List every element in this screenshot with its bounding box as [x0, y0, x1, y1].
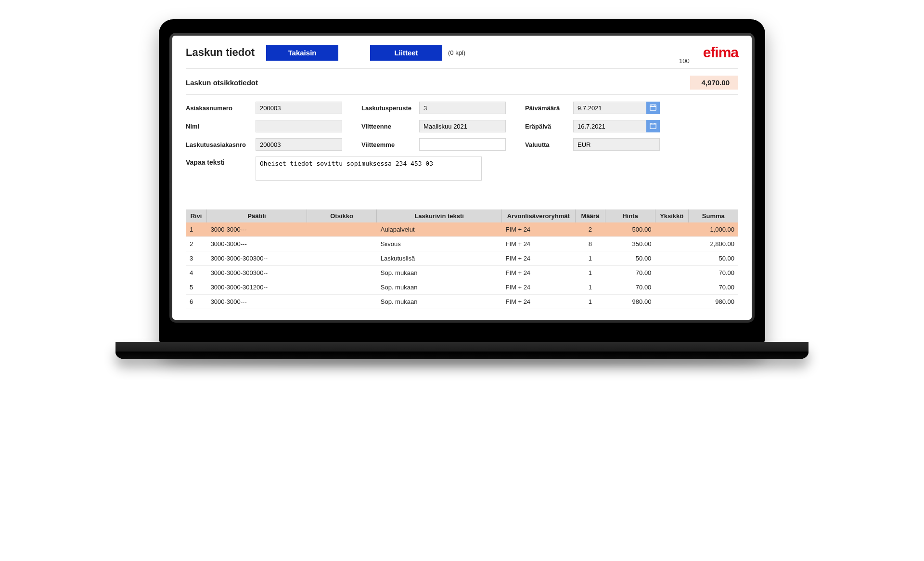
invoice-lines-table: Rivi Päätili Otsikko Laskurivin teksti A… [186, 209, 738, 309]
cell-title [307, 237, 376, 251]
attachments-count: (0 kpl) [448, 49, 465, 56]
cell-qty: 1 [575, 295, 605, 309]
currency-field[interactable] [573, 138, 660, 151]
cell-main-account: 3000-3000--- [207, 237, 307, 251]
name-field[interactable] [256, 120, 342, 132]
cell-qty: 1 [575, 266, 605, 280]
cell-row: 5 [186, 280, 207, 295]
page-header: Laskun tiedot Takaisin Liitteet (0 kpl) … [186, 44, 738, 69]
cell-vat: FIM + 24 [501, 237, 575, 251]
cell-title [307, 222, 376, 237]
customer-no-field[interactable] [256, 102, 342, 114]
cell-price: 500.00 [605, 222, 655, 237]
cell-unit [655, 266, 688, 280]
invoice-total: 4,970.00 [690, 76, 738, 90]
table-row[interactable]: 63000-3000---Sop. mukaanFIM + 241980.009… [186, 295, 738, 309]
cell-sum: 50.00 [688, 251, 738, 266]
cell-price: 350.00 [605, 237, 655, 251]
cell-row: 1 [186, 222, 207, 237]
cell-line-text: Sop. mukaan [377, 266, 502, 280]
label-your-ref: Viitteenne [361, 123, 419, 130]
table-row[interactable]: 43000-3000-300300--Sop. mukaanFIM + 2417… [186, 266, 738, 280]
label-currency: Valuutta [525, 141, 573, 148]
calendar-icon [650, 104, 656, 112]
due-date-picker-button[interactable] [646, 120, 660, 132]
cell-main-account: 3000-3000-300300-- [207, 251, 307, 266]
cell-line-text: Sop. mukaan [377, 280, 502, 295]
invoice-form: Asiakasnumero Laskutusperuste Päivämäärä [186, 102, 738, 151]
number-indicator: 100 [679, 57, 690, 65]
cell-line-text: Siivous [377, 237, 502, 251]
cell-vat: FIM + 24 [501, 266, 575, 280]
section-title: Laskun otsikkotiedot [186, 78, 258, 87]
your-ref-field[interactable] [419, 120, 506, 132]
th-sum[interactable]: Summa [688, 209, 738, 222]
label-our-ref: Viitteemme [361, 141, 419, 148]
date-field[interactable] [573, 102, 646, 114]
cell-qty: 2 [575, 222, 605, 237]
cell-unit [655, 295, 688, 309]
free-text-field[interactable] [256, 157, 482, 181]
calendar-icon [650, 122, 656, 130]
label-free-text: Vapaa teksti [186, 157, 256, 166]
cell-price: 980.00 [605, 295, 655, 309]
cell-title [307, 280, 376, 295]
cell-row: 3 [186, 251, 207, 266]
cell-sum: 70.00 [688, 266, 738, 280]
cell-title [307, 251, 376, 266]
label-due-date: Eräpäivä [525, 123, 573, 130]
cell-qty: 1 [575, 251, 605, 266]
label-billing-basis: Laskutusperuste [361, 104, 419, 112]
cell-main-account: 3000-3000-301200-- [207, 280, 307, 295]
cell-qty: 8 [575, 237, 605, 251]
cell-price: 70.00 [605, 266, 655, 280]
cell-main-account: 3000-3000--- [207, 295, 307, 309]
label-customer-no: Asiakasnumero [186, 104, 256, 112]
table-row[interactable]: 33000-3000-300300--LaskutuslisäFIM + 241… [186, 251, 738, 266]
cell-line-text: Laskutuslisä [377, 251, 502, 266]
th-vat-groups[interactable]: Arvonlisäveroryhmät [501, 209, 575, 222]
th-unit[interactable]: Yksikkö [655, 209, 688, 222]
svg-rect-4 [650, 123, 656, 128]
cell-unit [655, 222, 688, 237]
cell-sum: 1,000.00 [688, 222, 738, 237]
cell-unit [655, 251, 688, 266]
th-title[interactable]: Otsikko [307, 209, 376, 222]
th-line-text[interactable]: Laskurivin teksti [377, 209, 502, 222]
cell-qty: 1 [575, 280, 605, 295]
th-main-account[interactable]: Päätili [207, 209, 307, 222]
cell-row: 2 [186, 237, 207, 251]
cell-vat: FIM + 24 [501, 280, 575, 295]
cell-line-text: Aulapalvelut [377, 222, 502, 237]
cell-vat: FIM + 24 [501, 251, 575, 266]
cell-vat: FIM + 24 [501, 295, 575, 309]
our-ref-field[interactable] [419, 138, 506, 151]
cell-title [307, 295, 376, 309]
cell-vat: FIM + 24 [501, 222, 575, 237]
cell-unit [655, 280, 688, 295]
table-row[interactable]: 23000-3000---SiivousFIM + 248350.002,800… [186, 237, 738, 251]
cell-line-text: Sop. mukaan [377, 295, 502, 309]
cell-row: 4 [186, 266, 207, 280]
th-price[interactable]: Hinta [605, 209, 655, 222]
th-row[interactable]: Rivi [186, 209, 207, 222]
svg-rect-0 [650, 104, 656, 110]
date-picker-button[interactable] [646, 102, 660, 114]
attachments-button[interactable]: Liitteet [370, 45, 442, 61]
cell-unit [655, 237, 688, 251]
cell-main-account: 3000-3000--- [207, 222, 307, 237]
label-billing-customer-no: Laskutusasiakasnro [186, 141, 256, 148]
due-date-field[interactable] [573, 120, 646, 132]
billing-customer-no-field[interactable] [256, 138, 342, 151]
billing-basis-field[interactable] [419, 102, 506, 114]
page-title: Laskun tiedot [186, 46, 255, 59]
cell-row: 6 [186, 295, 207, 309]
table-row[interactable]: 53000-3000-301200--Sop. mukaanFIM + 2417… [186, 280, 738, 295]
cell-price: 70.00 [605, 280, 655, 295]
label-name: Nimi [186, 123, 256, 130]
back-button[interactable]: Takaisin [266, 45, 338, 61]
brand-logo: efima [703, 44, 738, 61]
table-row[interactable]: 13000-3000---AulapalvelutFIM + 242500.00… [186, 222, 738, 237]
cell-title [307, 266, 376, 280]
th-qty[interactable]: Määrä [575, 209, 605, 222]
